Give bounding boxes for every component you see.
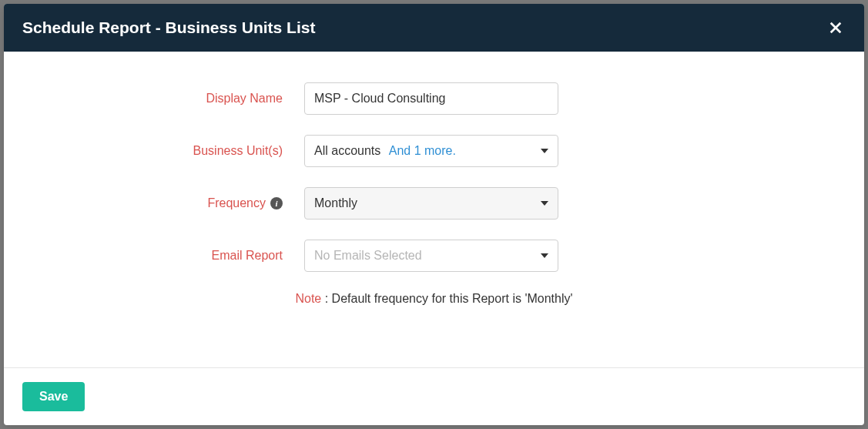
modal-footer: Save <box>4 367 864 425</box>
label-business-units-text: Business Unit(s) <box>193 144 283 158</box>
display-name-input[interactable] <box>304 82 558 115</box>
schedule-report-modal: Schedule Report - Business Units List Di… <box>4 4 864 425</box>
business-units-selected: All accounts <box>314 144 380 157</box>
modal-title: Schedule Report - Business Units List <box>22 18 315 37</box>
note-row: Note : Default frequency for this Report… <box>19 292 849 306</box>
save-button[interactable]: Save <box>22 382 85 411</box>
frequency-select[interactable]: Monthly <box>304 187 558 220</box>
close-button[interactable] <box>826 18 846 38</box>
label-display-name-text: Display Name <box>206 92 283 106</box>
email-report-placeholder: No Emails Selected <box>314 249 422 263</box>
label-frequency: Frequency i <box>19 196 304 210</box>
frequency-selected: Monthly <box>314 196 357 210</box>
business-units-select[interactable]: All accounts And 1 more. <box>304 135 558 167</box>
modal-header: Schedule Report - Business Units List <box>4 4 864 52</box>
caret-down-icon <box>541 149 548 153</box>
row-frequency: Frequency i Monthly <box>19 187 849 220</box>
note-text: : Default frequency for this Report is '… <box>321 292 572 305</box>
modal-body: Display Name Business Unit(s) All accoun… <box>4 52 864 367</box>
close-icon <box>829 21 843 35</box>
caret-down-icon <box>541 201 548 206</box>
label-display-name: Display Name <box>19 92 304 106</box>
label-email-report: Email Report <box>19 249 304 263</box>
business-units-extra: And 1 more. <box>389 144 456 157</box>
info-icon[interactable]: i <box>270 197 283 209</box>
row-business-units: Business Unit(s) All accounts And 1 more… <box>19 135 849 167</box>
caret-down-icon <box>541 253 548 258</box>
note-label: Note <box>295 292 321 305</box>
label-email-report-text: Email Report <box>212 249 283 263</box>
row-email-report: Email Report No Emails Selected <box>19 240 849 272</box>
row-display-name: Display Name <box>19 82 849 115</box>
label-frequency-text: Frequency <box>207 196 266 210</box>
label-business-units: Business Unit(s) <box>19 144 304 158</box>
email-report-select[interactable]: No Emails Selected <box>304 240 558 272</box>
